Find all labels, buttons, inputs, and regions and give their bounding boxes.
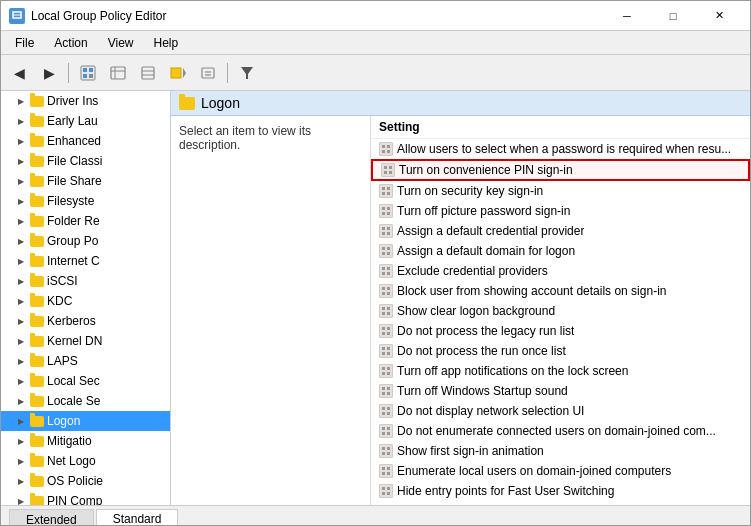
setting-row[interactable]: Block user from showing account details … xyxy=(371,281,750,301)
title-bar: Local Group Policy Editor ─ □ ✕ xyxy=(1,1,750,31)
tree-item[interactable]: ▶Mitigatio xyxy=(1,431,170,451)
svg-rect-51 xyxy=(382,307,385,310)
svg-rect-50 xyxy=(387,292,390,295)
tree-item-label: Driver Ins xyxy=(47,94,98,108)
svg-rect-77 xyxy=(382,432,385,435)
setting-icon xyxy=(379,142,393,156)
svg-rect-41 xyxy=(382,252,385,255)
settings-header: Setting xyxy=(371,116,750,139)
folder-icon xyxy=(29,396,45,407)
tree-item[interactable]: ▶Local Sec xyxy=(1,371,170,391)
folder-icon xyxy=(29,416,45,427)
setting-label: Show clear logon background xyxy=(397,304,555,318)
setting-row[interactable]: Allow users to select when a password is… xyxy=(371,139,750,159)
tree-expand-icon: ▶ xyxy=(13,357,29,366)
setting-row[interactable]: Enumerate local users on domain-joined c… xyxy=(371,461,750,481)
tree-item[interactable]: ▶Internet C xyxy=(1,251,170,271)
setting-row[interactable]: Assign a default domain for logon xyxy=(371,241,750,261)
tree-item[interactable]: ▶OS Policie xyxy=(1,471,170,491)
toolbar-back[interactable]: ◀ xyxy=(5,59,33,87)
svg-rect-68 xyxy=(387,387,390,390)
tab-extended[interactable]: Extended xyxy=(9,509,94,526)
tree-item[interactable]: ▶Kerberos xyxy=(1,311,170,331)
tree-item[interactable]: ▶Logon xyxy=(1,411,170,431)
menu-help[interactable]: Help xyxy=(144,31,189,54)
toolbar-forward[interactable]: ▶ xyxy=(35,59,63,87)
svg-rect-79 xyxy=(382,447,385,450)
close-button[interactable]: ✕ xyxy=(696,1,742,31)
toolbar-btn3[interactable] xyxy=(134,59,162,87)
toolbar-btn4[interactable] xyxy=(164,59,192,87)
svg-rect-55 xyxy=(382,327,385,330)
setting-row[interactable]: Exclude credential providers xyxy=(371,261,750,281)
tree-item-label: File Classi xyxy=(47,154,102,168)
setting-row[interactable]: Show first sign-in animation xyxy=(371,441,750,461)
tree-item-label: Local Sec xyxy=(47,374,100,388)
menu-file[interactable]: File xyxy=(5,31,44,54)
setting-row[interactable]: Turn off app notifications on the lock s… xyxy=(371,361,750,381)
tab-standard[interactable]: Standard xyxy=(96,509,179,526)
setting-row[interactable]: Show clear logon background xyxy=(371,301,750,321)
toolbar-btn1[interactable] xyxy=(74,59,102,87)
svg-marker-14 xyxy=(183,68,186,78)
tree-expand-icon: ▶ xyxy=(13,377,29,386)
svg-rect-40 xyxy=(387,247,390,250)
tree-item[interactable]: ▶File Share xyxy=(1,171,170,191)
tree-expand-icon: ▶ xyxy=(13,217,29,226)
tree-item[interactable]: ▶Net Logo xyxy=(1,451,170,471)
menu-view[interactable]: View xyxy=(98,31,144,54)
tree-item[interactable]: ▶Group Po xyxy=(1,231,170,251)
tree-item[interactable]: ▶Kernel DN xyxy=(1,331,170,351)
main-area: ▶Driver Ins▶Early Lau▶Enhanced▶File Clas… xyxy=(1,91,750,505)
tree-expand-icon: ▶ xyxy=(13,177,29,186)
tree-item[interactable]: ▶Filesyste xyxy=(1,191,170,211)
svg-rect-44 xyxy=(387,267,390,270)
svg-rect-82 xyxy=(387,452,390,455)
folder-icon xyxy=(29,476,45,487)
setting-label: Allow users to select when a password is… xyxy=(397,142,731,156)
svg-rect-76 xyxy=(387,427,390,430)
setting-row[interactable]: Do not process the run once list xyxy=(371,341,750,361)
tree-item[interactable]: ▶Early Lau xyxy=(1,111,170,131)
setting-label: Assign a default credential provider xyxy=(397,224,584,238)
toolbar-btn2[interactable] xyxy=(104,59,132,87)
tree-expand-icon: ▶ xyxy=(13,497,29,506)
setting-row[interactable]: Turn on security key sign-in xyxy=(371,181,750,201)
svg-rect-85 xyxy=(382,472,385,475)
tree-item[interactable]: ▶iSCSI xyxy=(1,271,170,291)
tree-item[interactable]: ▶LAPS xyxy=(1,351,170,371)
setting-row[interactable]: Do not display network selection UI xyxy=(371,401,750,421)
toolbar-btn5[interactable] xyxy=(194,59,222,87)
setting-row[interactable]: Hide entry points for Fast User Switchin… xyxy=(371,481,750,501)
svg-rect-6 xyxy=(89,74,93,78)
tree-item[interactable]: ▶Driver Ins xyxy=(1,91,170,111)
setting-row[interactable]: Turn off picture password sign-in xyxy=(371,201,750,221)
setting-row[interactable]: Assign a default credential provider xyxy=(371,221,750,241)
folder-icon xyxy=(29,216,45,227)
setting-label: Enumerate local users on domain-joined c… xyxy=(397,464,671,478)
minimize-button[interactable]: ─ xyxy=(604,1,650,31)
folder-icon xyxy=(29,116,45,127)
tree-expand-icon: ▶ xyxy=(13,317,29,326)
maximize-button[interactable]: □ xyxy=(650,1,696,31)
toolbar-filter[interactable] xyxy=(233,59,261,87)
tree-item[interactable]: ▶KDC xyxy=(1,291,170,311)
tree-item[interactable]: ▶Enhanced xyxy=(1,131,170,151)
svg-rect-53 xyxy=(382,312,385,315)
setting-icon xyxy=(379,424,393,438)
menu-action[interactable]: Action xyxy=(44,31,97,54)
tree-item[interactable]: ▶Folder Re xyxy=(1,211,170,231)
setting-row[interactable]: Do not process the legacy run list xyxy=(371,321,750,341)
setting-row[interactable]: Do not enumerate connected users on doma… xyxy=(371,421,750,441)
tree-item[interactable]: ▶PIN Comp xyxy=(1,491,170,505)
tree-item-label: Kernel DN xyxy=(47,334,102,348)
setting-icon xyxy=(379,464,393,478)
svg-rect-71 xyxy=(382,407,385,410)
tree-item-label: Enhanced xyxy=(47,134,101,148)
toolbar: ◀ ▶ xyxy=(1,55,750,91)
tree-item[interactable]: ▶Locale Se xyxy=(1,391,170,411)
folder-icon xyxy=(29,376,45,387)
setting-row[interactable]: Turn off Windows Startup sound xyxy=(371,381,750,401)
setting-row[interactable]: Turn on convenience PIN sign-in xyxy=(371,159,750,181)
tree-item[interactable]: ▶File Classi xyxy=(1,151,170,171)
